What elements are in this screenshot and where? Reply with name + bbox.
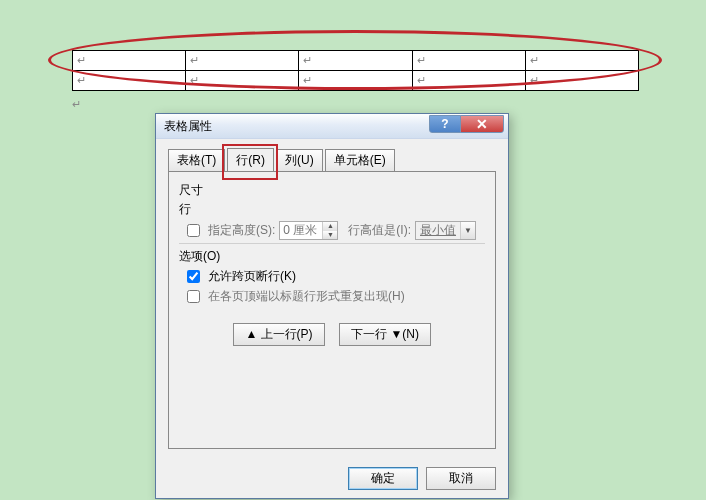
table-cell: ↵: [186, 51, 299, 71]
row-height-is-label: 行高值是(I):: [348, 222, 411, 239]
previous-row-button[interactable]: ▲ 上一行(P): [233, 323, 325, 346]
allow-break-checkbox[interactable]: [187, 270, 200, 283]
table-properties-dialog: 表格属性 ? ✕ 表格(T) 行(R) 列(U) 单元格(E) 尺寸 行 指定高…: [155, 113, 509, 499]
table-cell: ↵: [73, 51, 186, 71]
tab-column[interactable]: 列(U): [276, 149, 323, 171]
row-height-rule-value: 最小值: [416, 222, 460, 239]
table-cell: ↵: [412, 51, 525, 71]
table-cell: ↵: [525, 71, 638, 91]
chevron-down-icon[interactable]: ▼: [460, 222, 475, 239]
repeat-header-checkbox[interactable]: [187, 290, 200, 303]
dialog-footer: 确定 取消: [348, 467, 496, 490]
table-cell: ↵: [186, 71, 299, 91]
table-cell: ↵: [525, 51, 638, 71]
tab-panel-row: 尺寸 行 指定高度(S): ▲▼ 行高值是(I): 最小值 ▼ 选项(O) 允许…: [168, 171, 496, 449]
ok-button[interactable]: 确定: [348, 467, 418, 490]
specify-height-label: 指定高度(S):: [208, 222, 275, 239]
size-heading: 尺寸: [179, 182, 485, 199]
document-table: ↵ ↵ ↵ ↵ ↵ ↵ ↵ ↵ ↵ ↵: [72, 50, 639, 91]
spinner-up-icon[interactable]: ▲: [323, 222, 337, 231]
options-heading: 选项(O): [179, 248, 485, 265]
table-cell: ↵: [73, 71, 186, 91]
height-input[interactable]: [280, 222, 322, 239]
divider: [179, 243, 485, 244]
dialog-title: 表格属性: [164, 118, 212, 135]
height-spinner[interactable]: ▲▼: [279, 221, 338, 240]
spinner-down-icon[interactable]: ▼: [323, 231, 337, 240]
dialog-body: 表格(T) 行(R) 列(U) 单元格(E) 尺寸 行 指定高度(S): ▲▼ …: [156, 139, 508, 465]
tab-cell[interactable]: 单元格(E): [325, 149, 395, 171]
specify-height-checkbox[interactable]: [187, 224, 200, 237]
tab-row[interactable]: 行(R): [227, 148, 274, 172]
table-row: ↵ ↵ ↵ ↵ ↵: [73, 71, 639, 91]
repeat-header-label: 在各页顶端以标题行形式重复出现(H): [208, 288, 405, 305]
paragraph-mark: ↵: [72, 98, 81, 111]
next-row-button[interactable]: 下一行 ▼(N): [339, 323, 431, 346]
row-heading: 行: [179, 201, 485, 218]
table-cell: ↵: [299, 51, 412, 71]
table-row: ↵ ↵ ↵ ↵ ↵: [73, 51, 639, 71]
tab-row: 表格(T) 行(R) 列(U) 单元格(E): [168, 149, 496, 171]
table-cell: ↵: [299, 71, 412, 91]
help-button[interactable]: ?: [429, 115, 461, 133]
row-height-rule-combo[interactable]: 最小值 ▼: [415, 221, 476, 240]
dialog-titlebar[interactable]: 表格属性 ? ✕: [156, 114, 508, 139]
spinner-arrows[interactable]: ▲▼: [322, 222, 337, 239]
allow-break-label: 允许跨页断行(K): [208, 268, 296, 285]
cancel-button[interactable]: 取消: [426, 467, 496, 490]
tab-table[interactable]: 表格(T): [168, 149, 225, 171]
close-button[interactable]: ✕: [460, 115, 504, 133]
table-cell: ↵: [412, 71, 525, 91]
